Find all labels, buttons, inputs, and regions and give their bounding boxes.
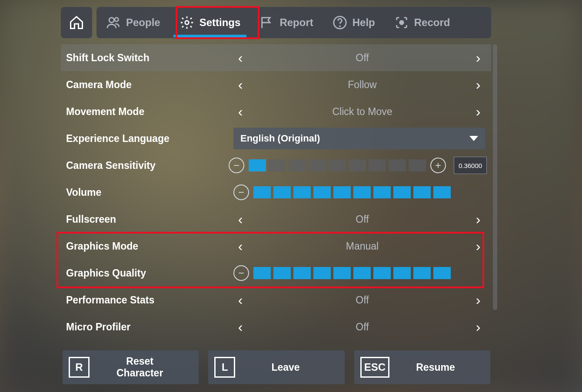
bar-segment [313,186,331,198]
chevron-left-icon[interactable]: ‹ [233,77,247,93]
reset-label: Reset Character [107,356,199,379]
row-graphics-mode: Graphics Mode ‹ Manual › [61,233,491,260]
bar-segment [333,186,351,198]
minus-button[interactable]: − [229,158,244,173]
quality-bar[interactable] [253,267,451,279]
bar-segment [349,159,366,171]
control-movement-mode: ‹ Click to Move › [233,98,491,125]
chevron-left-icon[interactable]: ‹ [233,238,247,254]
tab-record[interactable]: Record [385,7,460,38]
settings-list: Shift Lock Switch ‹ Off › Camera Mode ‹ … [61,44,491,340]
bar-segment [413,186,431,198]
chevron-left-icon[interactable]: ‹ [233,50,247,66]
tab-settings[interactable]: Settings [170,7,250,38]
chevron-left-icon[interactable]: ‹ [233,319,247,335]
key-hint: ESC [360,357,389,378]
tab-report[interactable]: Report [250,7,323,38]
bar-segment [433,267,451,279]
scrollbar[interactable] [493,44,497,310]
row-camera-mode: Camera Mode ‹ Follow › [61,71,491,98]
chevron-left-icon[interactable]: ‹ [233,104,247,120]
control-volume: − [233,179,491,206]
value-movement-mode: Click to Move [233,106,491,118]
tab-settings-label: Settings [200,16,241,29]
value-performance-stats: Off [233,294,491,306]
record-icon [394,15,409,30]
control-camera-mode: ‹ Follow › [233,71,491,98]
control-graphics-quality: − [233,260,491,287]
sensitivity-value[interactable]: 0.36000 [454,157,487,174]
bar-segment [293,186,311,198]
chevron-right-icon[interactable]: › [471,50,485,66]
value-micro-profiler: Off [233,321,491,333]
resume-label: Resume [407,362,490,373]
chevron-right-icon[interactable]: › [471,319,485,335]
row-performance-stats: Performance Stats ‹ Off › [61,287,491,313]
label-micro-profiler: Micro Profiler [66,321,233,333]
tab-help[interactable]: Help [323,7,385,38]
row-graphics-quality: Graphics Quality − [61,260,491,287]
chevron-right-icon[interactable]: › [471,238,485,254]
label-volume: Volume [66,187,233,198]
plus-button[interactable]: + [430,158,446,173]
bar-segment [409,159,426,171]
svg-point-2 [185,21,189,25]
footer-buttons: R Reset Character L Leave ESC Resume [63,350,490,384]
tab-home[interactable] [61,7,92,38]
bar-segment [329,159,346,171]
chevron-right-icon[interactable]: › [471,292,485,308]
control-experience-language: English (Original) [233,125,491,152]
bar-segment [433,186,451,198]
control-camera-sensitivity: − + 0.36000 [229,152,491,179]
settings-panel: People Settings Report Help [61,7,491,340]
label-graphics-mode: Graphics Mode [66,240,233,252]
chevron-left-icon[interactable]: ‹ [233,292,247,308]
people-icon [106,15,121,30]
chevron-left-icon[interactable]: ‹ [233,211,247,227]
reset-character-button[interactable]: R Reset Character [63,350,199,384]
tab-report-label: Report [279,16,313,29]
bar-segment [373,186,391,198]
bar-segment [373,267,391,279]
bar-segment [269,159,286,171]
key-hint: R [69,357,90,378]
value-camera-mode: Follow [233,79,491,91]
bar-segment [289,159,306,171]
value-fullscreen: Off [233,214,491,225]
bar-segment [393,186,411,198]
tab-help-label: Help [353,16,375,29]
chevron-right-icon[interactable]: › [471,104,485,120]
resume-button[interactable]: ESC Resume [354,350,490,384]
sensitivity-bar[interactable] [249,159,426,171]
tab-bar: People Settings Report Help [61,7,491,38]
control-fullscreen: ‹ Off › [233,206,491,233]
bar-segment [273,186,291,198]
volume-bar[interactable] [253,186,451,198]
svg-point-1 [115,18,119,22]
chevron-right-icon[interactable]: › [471,77,485,93]
control-performance-stats: ‹ Off › [233,287,491,313]
row-micro-profiler: Micro Profiler ‹ Off › [61,313,491,340]
bar-segment [413,267,431,279]
label-camera-mode: Camera Mode [66,79,233,91]
label-camera-sensitivity: Camera Sensitivity [66,160,229,171]
bar-segment [353,267,371,279]
label-fullscreen: Fullscreen [66,214,233,225]
dropdown-experience-language[interactable]: English (Original) [233,128,485,149]
chevron-right-icon[interactable]: › [471,211,485,227]
gear-icon [180,15,194,30]
minus-button[interactable]: − [233,184,249,200]
control-micro-profiler: ‹ Off › [233,313,491,340]
svg-point-5 [400,21,404,25]
svg-point-0 [109,18,114,23]
label-performance-stats: Performance Stats [66,294,233,306]
tab-people[interactable]: People [96,7,170,38]
leave-label: Leave [253,362,344,373]
row-movement-mode: Movement Mode ‹ Click to Move › [61,98,491,125]
bar-segment [333,267,351,279]
minus-button[interactable]: − [233,265,249,281]
tab-record-label: Record [414,16,450,29]
leave-button[interactable]: L Leave [208,350,344,384]
control-shift-lock: ‹ Off › [233,44,491,71]
row-camera-sensitivity: Camera Sensitivity − + [61,152,491,179]
